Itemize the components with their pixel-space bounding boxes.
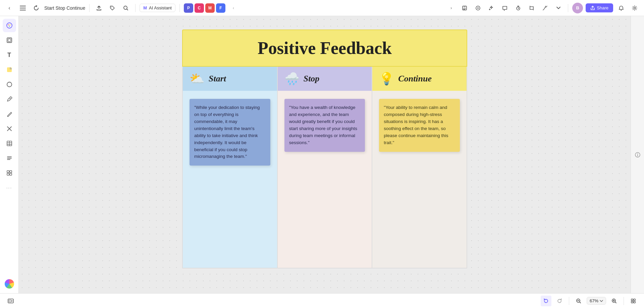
stop-emoji: 🌧️ [284,73,300,85]
separator-1 [89,4,90,12]
magic-button[interactable] [486,3,497,13]
board-columns: ⛅ Start "While your dedication to stayin… [182,67,467,268]
flow-button[interactable] [540,3,550,13]
svg-rect-6 [464,6,466,8]
back-button[interactable]: ‹ [4,3,15,13]
svg-rect-29 [631,299,633,301]
sidebar-table-icon[interactable] [3,137,16,150]
doc-title: Start Stop Continue [44,5,85,11]
chat-button[interactable] [499,3,510,13]
bottom-left [5,296,16,306]
zoom-fit-button[interactable] [609,296,620,306]
collab-apps: P C M F [184,3,225,13]
app-icon-3[interactable]: M [205,3,215,13]
separator-3 [179,4,180,12]
svg-point-24 [637,153,638,154]
sidebar-sticky-icon[interactable] [3,63,16,76]
zoom-level-control[interactable]: 67% [587,297,606,305]
sidebar-connector-icon[interactable] [3,122,16,135]
settings-button[interactable] [629,3,640,13]
chevron-down-toolbar-button[interactable] [553,3,564,13]
sidebar-grid-icon[interactable] [3,166,16,180]
timer-button[interactable] [513,3,524,13]
redo-button[interactable] [554,296,565,306]
save-button[interactable] [459,3,470,13]
continue-emoji: 💡 [379,73,394,85]
ai-assistant-button[interactable]: M AI Assistant [140,4,175,12]
sidebar-list-icon[interactable] [3,151,16,165]
svg-rect-20 [10,171,12,173]
search-button[interactable] [120,3,131,13]
main-area: T [0,16,644,293]
app-icon-4[interactable]: F [216,3,225,13]
sidebar-palette-icon[interactable] [3,19,16,32]
undo-button[interactable] [541,296,551,306]
svg-rect-31 [631,301,633,303]
zoom-out-button[interactable] [573,296,584,306]
grid-view-button[interactable] [628,296,639,306]
board-container: Positive Feedback ⛅ Start "While your de… [182,29,467,268]
svg-rect-14 [7,38,12,43]
continue-column-header: 💡 Continue [372,67,467,91]
bottom-separator-1 [569,297,569,305]
separator-2 [135,4,136,12]
svg-point-11 [8,24,9,25]
app-icon-2[interactable]: C [195,3,204,13]
user-avatar[interactable]: B [572,3,583,13]
svg-rect-15 [8,39,11,42]
stop-column-body[interactable]: "You have a wealth of knowledge and expe… [278,91,372,268]
tag-button[interactable] [107,3,118,13]
svg-rect-19 [7,171,9,173]
continue-note-1[interactable]: "Your ability to remain calm and compose… [379,99,460,152]
toolbar-right: › [446,3,640,13]
sidebar-more-icon[interactable]: ··· [3,181,16,194]
stop-column: 🌧️ Stop "You have a wealth of knowledge … [278,67,373,268]
svg-point-13 [9,26,10,27]
right-info-icon[interactable] [632,149,643,160]
canvas-area[interactable]: Positive Feedback ⛅ Start "While your de… [19,16,631,293]
continue-column: 💡 Continue "Your ability to remain calm … [372,67,467,268]
start-emoji: ⛅ [190,73,205,85]
sidebar-bottom [3,277,16,291]
start-column-body[interactable]: "While your dedication to staying on top… [183,91,277,268]
svg-rect-21 [7,173,9,175]
play-button[interactable] [473,3,483,13]
zoom-chevron-icon [600,300,603,302]
sidebar-pen-icon[interactable] [3,93,16,106]
minimap-button[interactable] [5,296,16,306]
share-label: Share [597,5,608,10]
svg-rect-30 [634,299,635,301]
continue-column-body[interactable]: "Your ability to remain calm and compose… [372,91,467,268]
start-note-1[interactable]: "While your dedication to staying on top… [190,99,270,166]
board-header: Positive Feedback [182,29,467,67]
sidebar-highlighter-icon[interactable] [3,107,16,121]
share-button[interactable]: Share [586,3,613,12]
svg-rect-1 [20,8,26,8]
collapse-apps-button[interactable]: ‹ [228,3,239,13]
crop-button[interactable] [526,3,537,13]
board-title: Positive Feedback [196,38,453,58]
start-column-title: Start [209,74,226,84]
sidebar-text-icon[interactable]: T [3,48,16,62]
right-panel [631,16,644,293]
app-icon-1[interactable]: P [184,3,193,13]
svg-rect-0 [20,6,26,6]
separator-4 [568,4,568,12]
start-column: ⛅ Start "While your dedication to stayin… [183,67,278,268]
svg-point-9 [634,7,636,9]
sidebar-shapes-icon[interactable] [3,78,16,91]
stop-note-1[interactable]: "You have a wealth of knowledge and expe… [284,99,365,152]
sync-button[interactable] [31,3,42,13]
sidebar-brand-icon[interactable] [3,277,16,291]
toolbar-left: ‹ Start Stop Continue [4,3,443,13]
menu-button[interactable] [17,3,28,13]
expand-right-button[interactable]: › [446,3,457,13]
svg-point-3 [111,7,112,7]
sidebar-frame-icon[interactable] [3,34,16,47]
continue-column-title: Continue [398,74,432,84]
bottom-right: 67% [541,296,639,306]
notification-button[interactable] [616,3,627,13]
svg-point-12 [9,24,10,25]
export-button[interactable] [94,3,104,13]
ai-assistant-label: AI Assistant [149,5,172,10]
